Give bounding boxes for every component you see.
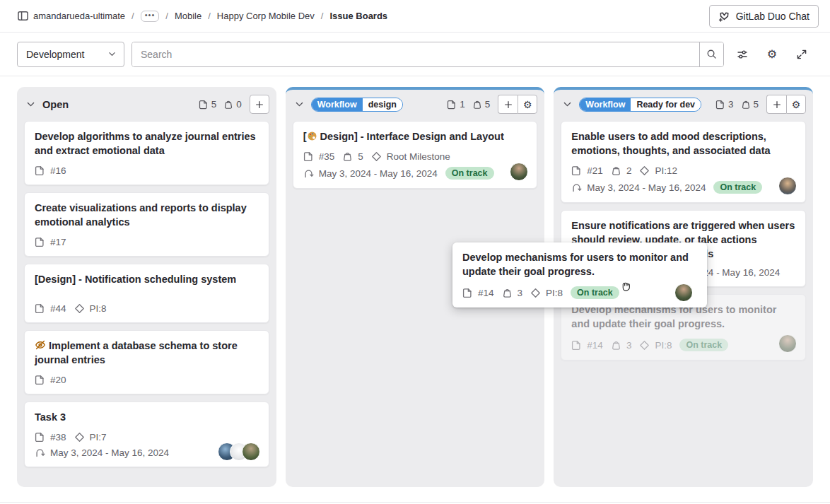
chevron-down-icon xyxy=(25,99,36,110)
issue-card[interactable]: [Design] - Notification scheduling syste… xyxy=(24,264,269,323)
issue-type-icon xyxy=(303,151,314,162)
breadcrumb-group[interactable]: amandarueda-ultimate xyxy=(33,11,125,21)
collapse-column-button[interactable] xyxy=(24,98,37,111)
weight-count: 5 xyxy=(741,99,759,110)
add-issue-button[interactable] xyxy=(250,95,269,114)
assignee-avatar xyxy=(778,177,797,195)
issue-milestone: Root Milestone xyxy=(387,151,450,162)
issue-dates-row: May 3, 2024 - May 16, 2024 On track xyxy=(303,167,527,180)
issue-meta: #35 5 Root Milestone xyxy=(303,151,527,162)
gear-icon: ⚙ xyxy=(523,100,532,110)
milestone-icon xyxy=(530,288,541,298)
issue-dates: May 3, 2024 - May 16, 2024 xyxy=(50,447,169,458)
issue-card[interactable]: Create visualizations and reports to dis… xyxy=(24,192,269,257)
scoped-label-pill[interactable]: Workflow Ready for dev xyxy=(579,98,701,112)
issue-type-icon xyxy=(35,375,45,385)
issue-card[interactable]: Implement a database schema to store jou… xyxy=(24,330,269,394)
palette-icon xyxy=(307,131,317,141)
issue-card-dragging[interactable]: Develop mechanisms for users to monitor … xyxy=(452,242,707,307)
issue-type-icon xyxy=(35,303,45,314)
weight-icon xyxy=(611,340,621,351)
breadcrumb: amandarueda-ultimate / ••• / Mobile / Ha… xyxy=(33,11,387,22)
issue-card[interactable]: Task 3 #38 PI:7 May 3, 2024 - May 16, 20… xyxy=(24,402,269,467)
health-status-badge: On track xyxy=(571,286,619,299)
milestone-icon xyxy=(371,151,382,162)
issue-id: #20 xyxy=(50,375,66,385)
collapse-column-button[interactable] xyxy=(293,98,306,111)
board-column-open: Open 5 0 Develop algorithms to analyze j xyxy=(17,87,276,487)
iteration-icon xyxy=(303,168,314,179)
issue-type-icon xyxy=(35,237,45,247)
breadcrumb-separator: / xyxy=(131,11,134,21)
label-value: Ready for dev xyxy=(631,98,701,111)
board-sort-button[interactable] xyxy=(731,43,754,66)
health-status-badge: On track xyxy=(679,339,728,351)
fullscreen-toggle-button[interactable] xyxy=(790,43,813,66)
issue-meta: #14 3 PI:8 On track xyxy=(462,286,697,299)
issue-meta: #17 xyxy=(35,237,259,247)
column-settings-button[interactable]: ⚙ xyxy=(786,95,806,114)
top-bar: amandarueda-ultimate / ••• / Mobile / Ha… xyxy=(0,0,830,33)
issue-dates: May 3, 2024 - May 16, 2024 xyxy=(319,168,438,179)
label-scope: Workflow xyxy=(312,98,363,111)
search-button[interactable] xyxy=(699,42,723,66)
milestone-icon xyxy=(639,165,650,176)
issue-id: #14 xyxy=(587,340,603,351)
column-settings-button[interactable]: ⚙ xyxy=(518,95,537,114)
add-issue-button[interactable] xyxy=(498,95,518,114)
chevron-down-icon xyxy=(294,99,305,110)
issue-type-icon xyxy=(462,288,473,298)
issue-type-icon xyxy=(571,340,582,351)
issue-id: #16 xyxy=(50,165,66,176)
issue-meta: #20 xyxy=(35,375,259,385)
issue-title: Enable users to add mood descriptions, e… xyxy=(571,129,795,158)
label-scope: Workflow xyxy=(580,98,631,111)
board-switcher-value: Development xyxy=(26,49,85,60)
weight-count: 0 xyxy=(223,99,242,110)
sidebar-toggle-button[interactable] xyxy=(17,10,29,22)
board-filter-bar: Development ⚙ xyxy=(0,33,830,76)
sliders-icon xyxy=(737,49,748,60)
column-header: Open 5 0 xyxy=(17,90,276,119)
breadcrumb-separator: / xyxy=(165,11,168,21)
issue-id: #38 xyxy=(50,432,66,443)
issue-title: Task 3 xyxy=(35,410,259,424)
collapse-column-button[interactable] xyxy=(561,98,574,111)
board-config-button[interactable]: ⚙ xyxy=(761,43,783,66)
add-issue-button[interactable] xyxy=(766,95,786,114)
scoped-label-pill[interactable]: Workflow design xyxy=(311,98,403,112)
column-card-list: [ Design] - Interface Design and Layout … xyxy=(286,119,545,196)
breadcrumb-current-page: Issue Boards xyxy=(329,11,387,21)
issue-card[interactable]: [ Design] - Interface Design and Layout … xyxy=(293,121,538,189)
tanuki-ai-icon xyxy=(718,10,730,22)
issue-meta: #44 PI:8 xyxy=(35,303,259,314)
breadcrumb-project[interactable]: Happy Corp Mobile Dev xyxy=(217,11,315,21)
iteration-icon xyxy=(571,182,582,193)
search-input[interactable] xyxy=(132,42,699,66)
issue-title: Create visualizations and reports to dis… xyxy=(35,201,259,229)
board-switcher-dropdown[interactable]: Development xyxy=(17,42,124,67)
column-counts: 5 0 xyxy=(199,99,242,110)
weight-icon xyxy=(502,288,513,298)
avatar xyxy=(242,443,260,461)
issue-title: [ Design] - Interface Design and Layout xyxy=(303,129,527,143)
chevron-down-icon xyxy=(562,99,573,110)
breadcrumb-subgroup[interactable]: Mobile xyxy=(175,11,201,21)
weight-count: 5 xyxy=(472,99,491,110)
issue-weight: 3 xyxy=(518,288,523,298)
issue-id: #35 xyxy=(319,151,335,162)
issue-card[interactable]: Enable users to add mood descriptions, e… xyxy=(561,121,806,203)
issue-title: Develop algorithms to analyze journal en… xyxy=(35,129,259,158)
health-status-badge: On track xyxy=(713,181,762,194)
breadcrumb-ellipsis-button[interactable]: ••• xyxy=(141,11,160,22)
issue-milestone: PI:8 xyxy=(546,288,563,298)
issue-card[interactable]: Develop algorithms to analyze journal en… xyxy=(24,121,269,185)
gitlab-duo-chat-button[interactable]: GitLab Duo Chat xyxy=(709,5,819,28)
plus-icon xyxy=(503,100,513,110)
weight-icon xyxy=(611,165,621,176)
search-icon xyxy=(706,49,717,59)
issue-id: #14 xyxy=(478,288,494,298)
issue-meta: #14 3 PI:8 On track xyxy=(571,339,795,351)
milestone-icon xyxy=(74,303,85,314)
weight-icon xyxy=(342,151,353,162)
